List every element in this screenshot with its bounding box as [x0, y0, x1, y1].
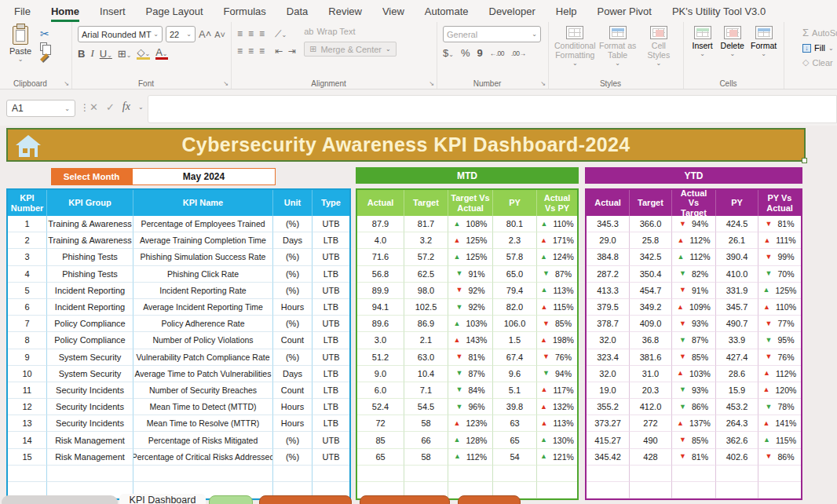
cell-ytd-target[interactable]: 25.8: [630, 232, 672, 249]
cell-ytd-actual-vs-target[interactable]: ▼93%: [672, 382, 716, 399]
cell-mtd-actual-vs-py[interactable]: ▲121%: [537, 449, 577, 466]
cell-mtd-py[interactable]: 106.0: [493, 316, 537, 332]
cell-mtd-py[interactable]: 54: [493, 449, 537, 466]
cell-mtd-target[interactable]: 54.5: [404, 399, 448, 415]
dialog-launcher-icon[interactable]: ↘: [223, 80, 228, 87]
sheet-tab-active[interactable]: KPI Dashboard: [119, 494, 206, 504]
cell-empty[interactable]: [47, 466, 133, 482]
cell-kpi-name[interactable]: Phishing Simulation Success Rate: [133, 249, 273, 265]
cell-ytd-actual[interactable]: 32.0: [587, 332, 630, 349]
font-size-select[interactable]: 22⌄: [166, 26, 196, 42]
borders-button[interactable]: ⊞⌄: [118, 48, 132, 60]
cell-unit[interactable]: Count: [273, 382, 313, 399]
menu-pk-s-utility-tool-v3-0[interactable]: PK's Utility Tool V3.0: [672, 0, 766, 22]
cell-unit[interactable]: Hours: [273, 415, 313, 432]
menu-insert[interactable]: Insert: [100, 0, 126, 22]
cell-kpi-name[interactable]: Percentage of Risks Mitigated: [133, 432, 273, 448]
decrease-font-icon[interactable]: A˅: [214, 30, 225, 39]
menu-view[interactable]: View: [382, 0, 404, 22]
cell-ytd-py-vs-actual[interactable]: ▼76%: [758, 349, 801, 366]
cell-mtd-py[interactable]: 63: [493, 415, 537, 432]
cell-mtd-actual-vs-py[interactable]: ▼85%: [537, 316, 577, 332]
cell-kpi-group[interactable]: Phishing Tests: [47, 249, 133, 265]
cell-kpi-name[interactable]: Percentage of Critical Risks Addressed: [133, 449, 273, 466]
cell-mtd-actual[interactable]: 72: [357, 415, 404, 432]
cell-mtd-actual-vs-py[interactable]: ▲132%: [537, 399, 577, 415]
cell-unit[interactable]: (%): [273, 216, 313, 232]
align-left-icon[interactable]: ≡: [237, 46, 243, 57]
align-center-icon[interactable]: ≡: [248, 46, 254, 57]
cell-ytd-actual-vs-target[interactable]: ▼93%: [672, 316, 716, 332]
cell-type[interactable]: UTB: [313, 432, 349, 448]
decrease-indent-icon[interactable]: ⇤: [275, 46, 283, 57]
cell-ytd-actual[interactable]: 415.27: [587, 432, 630, 448]
cell-mtd-py[interactable]: 1.5: [493, 332, 537, 349]
cell-kpi-number[interactable]: 5: [8, 283, 47, 299]
underline-button[interactable]: U⌄: [100, 48, 112, 60]
cell-mtd-py[interactable]: 82.0: [493, 299, 537, 316]
cell-mtd-target-vs-actual[interactable]: ▲125%: [448, 232, 493, 249]
cell-ytd-py-vs-actual[interactable]: ▼70%: [758, 266, 801, 283]
cell-mtd-target-vs-actual[interactable]: ▲125%: [448, 249, 493, 265]
conditional-formatting-button[interactable]: Conditional Formatting⌄: [554, 26, 596, 67]
cell-ytd-actual[interactable]: 32.0: [587, 366, 630, 382]
horizontal-scrollbar[interactable]: [2, 495, 118, 504]
menu-page-layout[interactable]: Page Layout: [146, 0, 203, 22]
cell-ytd-actual[interactable]: 287.2: [587, 266, 630, 283]
cell-mtd-target[interactable]: 98.0: [404, 283, 448, 299]
cell-type[interactable]: LTB: [313, 382, 349, 399]
cell-mtd-actual[interactable]: 51.2: [357, 349, 404, 366]
cell-unit[interactable]: Days: [273, 366, 313, 382]
dialog-launcher-icon[interactable]: ↘: [64, 80, 69, 87]
cell-mtd-actual-vs-py[interactable]: ▲130%: [537, 432, 577, 448]
cell-kpi-name[interactable]: Average Time to Patch Vulnerabilities: [133, 366, 273, 382]
cell-mtd-actual-vs-py[interactable]: ▲198%: [537, 332, 577, 349]
cell-mtd-target[interactable]: 58: [404, 415, 448, 432]
cell-ytd-py[interactable]: 264.3: [716, 415, 758, 432]
cell-type[interactable]: UTB: [313, 249, 349, 265]
dialog-launcher-icon[interactable]: ↘: [540, 80, 546, 87]
cell-kpi-group[interactable]: Incident Reporting: [47, 283, 133, 299]
cell-ytd-py[interactable]: 424.5: [716, 216, 758, 232]
cell-ytd-actual-vs-target[interactable]: ▼94%: [672, 216, 716, 232]
menu-home[interactable]: Home: [51, 0, 79, 22]
cell-mtd-target[interactable]: 10.4: [404, 366, 448, 382]
cell-kpi-name[interactable]: Mean Time to Detect (MTTD): [133, 399, 273, 415]
cell-kpi-number[interactable]: 7: [8, 316, 47, 332]
cell-ytd-py[interactable]: 15.9: [716, 382, 758, 399]
cell-mtd-py[interactable]: 57.8: [493, 249, 537, 265]
bold-button[interactable]: B: [78, 48, 85, 60]
cell-unit[interactable]: (%): [273, 249, 313, 265]
cell-ytd-target[interactable]: 409.0: [630, 316, 672, 332]
cell-unit[interactable]: Days: [273, 232, 313, 249]
cell-mtd-actual[interactable]: 56.8: [357, 266, 404, 283]
cell-ytd-actual-vs-target[interactable]: ▼85%: [672, 432, 716, 448]
cell-mtd-py[interactable]: 67.4: [493, 349, 537, 366]
cell-ytd-target[interactable]: 349.2: [630, 299, 672, 316]
cell-ytd-py-vs-actual[interactable]: ▼99%: [758, 249, 801, 265]
cell-ytd-py[interactable]: 427.4: [716, 349, 758, 366]
cell-ytd-py-vs-actual[interactable]: ▼77%: [758, 316, 801, 332]
month-select[interactable]: May 2024: [132, 168, 276, 185]
menu-developer[interactable]: Developer: [489, 0, 535, 22]
sheet-tab[interactable]: [458, 495, 521, 504]
sheet-tab[interactable]: [209, 495, 253, 504]
font-color-button[interactable]: A⌄: [155, 47, 167, 60]
cell-kpi-number[interactable]: 14: [8, 432, 47, 448]
cell-ytd-py[interactable]: 26.1: [716, 232, 758, 249]
cell-unit[interactable]: Hours: [273, 299, 313, 316]
cell-type[interactable]: UTB: [313, 316, 349, 332]
cell-ytd-actual[interactable]: 345.42: [587, 449, 630, 466]
cell-kpi-number[interactable]: 1: [8, 216, 47, 232]
insert-cells-button[interactable]: Insert⌄: [689, 26, 715, 57]
cell-mtd-actual[interactable]: 87.9: [357, 216, 404, 232]
cell-type[interactable]: UTB: [313, 349, 349, 366]
home-icon[interactable]: [14, 133, 42, 159]
cell-ytd-actual-vs-target[interactable]: ▼81%: [672, 449, 716, 466]
cell-empty[interactable]: [537, 466, 577, 482]
cell-mtd-target-vs-actual[interactable]: ▲103%: [448, 316, 493, 332]
cell-ytd-actual[interactable]: 355.2: [587, 399, 630, 415]
cell-mtd-target-vs-actual[interactable]: ▼92%: [448, 299, 493, 316]
cell-ytd-py[interactable]: 331.9: [716, 283, 758, 299]
cell-mtd-py[interactable]: 65.0: [493, 266, 537, 283]
